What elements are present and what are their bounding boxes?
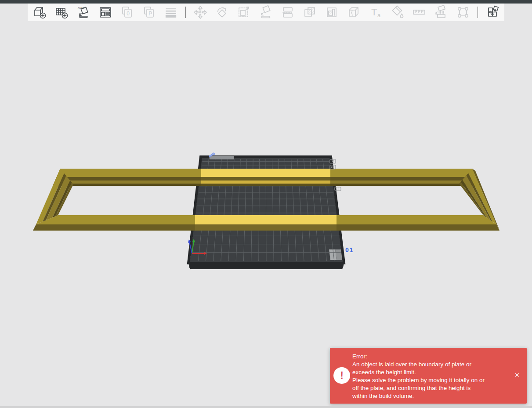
- plate-name-edit-icon[interactable]: [208, 151, 217, 159]
- advanced-cut-button[interactable]: [346, 5, 361, 20]
- top-strip: [0, 0, 532, 4]
- add-plate-button[interactable]: [54, 5, 69, 20]
- add-cube-icon: [32, 5, 47, 20]
- cut-button[interactable]: [280, 5, 295, 20]
- text-button[interactable]: Ta: [368, 5, 383, 20]
- scale-icon: [237, 5, 252, 20]
- color-paint-button[interactable]: [390, 5, 405, 20]
- rotate-icon: [215, 5, 230, 20]
- arrange-button[interactable]: [98, 5, 113, 20]
- seam-icon: [456, 5, 470, 20]
- svg-text:a: a: [377, 12, 381, 18]
- main-toolbar: AUTO 0 P Ta: [28, 4, 504, 21]
- plate-lock-icon[interactable]: [329, 163, 336, 171]
- move-icon: [193, 5, 208, 20]
- svg-text:P: P: [148, 11, 152, 17]
- assembly-view-button[interactable]: [485, 5, 500, 20]
- arrange-icon: [98, 5, 113, 20]
- cut-cube-icon: [346, 5, 361, 20]
- support-paint-icon: [434, 5, 449, 20]
- layers-icon: [163, 5, 178, 20]
- scale-button[interactable]: [237, 5, 252, 20]
- toolbar-separator: [478, 7, 478, 18]
- toolbar-separator: [185, 7, 186, 18]
- measure-button[interactable]: [412, 5, 427, 20]
- bottom-strip: [0, 406, 532, 408]
- split-to-parts-button[interactable]: P: [141, 5, 156, 20]
- error-toast: ! Error: An object is laid over the boun…: [330, 348, 527, 404]
- support-paint-button[interactable]: [434, 5, 449, 20]
- mesh-boolean-button[interactable]: [302, 5, 317, 20]
- svg-text:T: T: [371, 7, 377, 18]
- error-icon: !: [333, 367, 350, 384]
- puzzle-icon: [485, 5, 500, 20]
- place-on-face-icon: [258, 5, 273, 20]
- rotate-button[interactable]: [215, 5, 230, 20]
- auto-orient-button[interactable]: AUTO: [76, 5, 91, 20]
- svg-text:0: 0: [127, 11, 130, 17]
- split-to-objects-button[interactable]: 0: [119, 5, 134, 20]
- split-parts-icon: P: [141, 5, 156, 20]
- seam-button[interactable]: [456, 5, 470, 20]
- auto-orient-icon: AUTO: [76, 5, 91, 20]
- ruler-icon: [412, 5, 427, 20]
- variable-layer-height-button[interactable]: [163, 5, 178, 20]
- plate-number-label[interactable]: 01: [345, 246, 354, 253]
- subtract-icon: [324, 5, 339, 20]
- add-plate-icon: [54, 5, 69, 20]
- app-window: AUTO 0 P Ta: [0, 0, 532, 408]
- text-tool-icon: Ta: [368, 5, 383, 20]
- move-button[interactable]: [193, 5, 208, 20]
- cut-icon: [280, 5, 295, 20]
- add-object-button[interactable]: [32, 5, 47, 20]
- boolean-icon: [302, 5, 317, 20]
- place-on-face-button[interactable]: [258, 5, 273, 20]
- error-title: Error:: [352, 353, 485, 361]
- plate-settings-icon[interactable]: [334, 185, 341, 193]
- error-message: Error: An object is laid over the bounda…: [352, 353, 485, 400]
- subtract-button[interactable]: [324, 5, 339, 20]
- paint-bucket-icon: [390, 5, 405, 20]
- split-objects-icon: 0: [119, 5, 134, 20]
- toast-close-button[interactable]: ×: [511, 369, 523, 381]
